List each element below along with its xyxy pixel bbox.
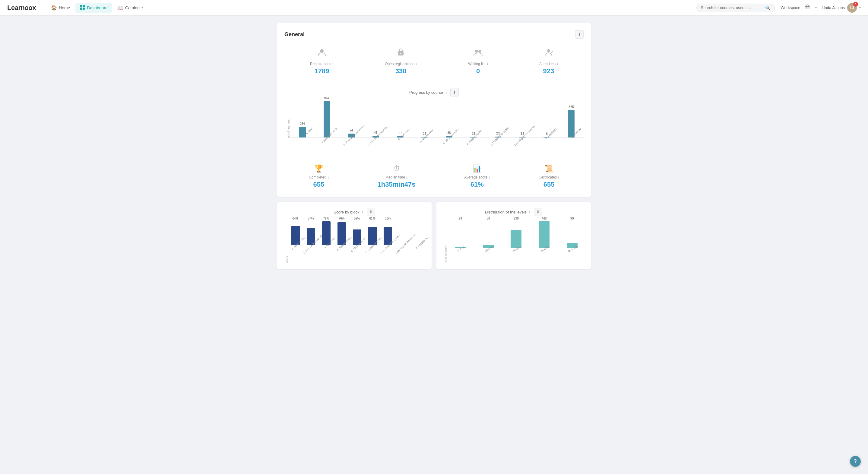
score-bar-group: 57%2. Use the framework... (304, 221, 318, 245)
nav-home[interactable]: 🏠 Home (47, 3, 74, 12)
stat-completed: 🏆 Completed ℹ 655 (309, 164, 329, 188)
waiting-info-icon[interactable]: ℹ (487, 62, 488, 66)
score-bar-group: 76%4. Assess your... (335, 221, 349, 245)
progress-bar-chart: nb of learners 254Invited864Registered u… (284, 101, 584, 156)
svg-rect-3 (83, 7, 85, 10)
progress-bar-group: 69. Feedback (535, 101, 559, 137)
dist-bar: 448 (539, 221, 550, 248)
registrations-icon (317, 48, 327, 59)
certs-info-icon[interactable]: ℹ (558, 176, 559, 180)
avg-score-value: 61% (470, 181, 484, 188)
dist-info-icon[interactable]: ℹ (529, 210, 530, 214)
main-nav: 🏠 Home Dashboard 📖 Catalog ▾ (47, 3, 147, 13)
logo[interactable]: Learnoox (7, 4, 36, 12)
dist-bar-value: 90 (570, 217, 574, 220)
top-stats-row: Registrations ℹ 1789 Open registrations … (284, 44, 584, 78)
logo-text: Learnoox (7, 4, 36, 11)
dist-bar-value: 54 (487, 217, 490, 220)
dist-chart-title-row: Distribution of the levels ℹ ⬇ (442, 208, 585, 216)
progress-download-button[interactable]: ⬇ (450, 88, 459, 96)
workspace-label[interactable]: Workspace (781, 5, 801, 10)
registrations-info-icon[interactable]: ℹ (332, 62, 334, 66)
search-input[interactable] (701, 5, 763, 10)
dist-bar-group: 230-20% (447, 221, 473, 248)
progress-bar-label: 5. SEO cases of... (441, 127, 460, 147)
completed-icon: 🏆 (314, 164, 323, 173)
score-bar-group: 64%...st more about... (288, 221, 303, 245)
dist-bar-group: 44860-80% (531, 221, 557, 248)
waiting-list-label: Waiting list (468, 62, 486, 66)
nav-catalog[interactable]: 📖 Catalog ▾ (113, 3, 147, 12)
progress-bar-value: 41 (374, 131, 377, 134)
score-bar-group: 79%3. Apply the... (319, 221, 333, 245)
progress-bar-group: 134. Assess your... (412, 101, 437, 137)
avg-score-info-icon[interactable]: ℹ (489, 176, 490, 180)
avatar: LJ 3 (847, 3, 857, 13)
dist-bar-value: 299 (514, 217, 519, 220)
progress-bar-value: 38 (447, 131, 451, 134)
score-bar-value: 52% (354, 217, 360, 220)
dist-bar-group: 29940-60% (503, 221, 529, 248)
score-bar-value: 61% (369, 217, 375, 220)
progress-bar-value: 655 (569, 105, 574, 108)
bank-icon[interactable]: 🏛 (805, 4, 810, 11)
workspace-chevron-icon[interactable]: ▾ (815, 6, 817, 9)
stat-avg-score: 📊 Average score ℹ 61% (464, 164, 490, 188)
progress-bar-label: 9. Feedback (538, 127, 558, 147)
user-menu[interactable]: Linda Jacobs LJ 3 ▾ (822, 3, 861, 13)
dist-bars: 230-20%5420-40%29940-60%44860-80%9080-10… (447, 221, 585, 263)
bottom-stats-row: 🏆 Completed ℹ 655 ⏱ Median time ℹ 1h35mi… (284, 158, 584, 190)
certificates-label: Certificates (539, 175, 557, 180)
avg-score-icon: 📊 (473, 164, 482, 173)
median-time-icon: ⏱ (393, 164, 400, 173)
open-reg-info-icon[interactable]: ℹ (415, 62, 417, 66)
general-card: General ⬇ Registrations ℹ 1789 (277, 23, 591, 197)
svg-rect-2 (80, 7, 82, 10)
catalog-icon: 📖 (117, 5, 123, 10)
dist-chart-inner: nb of learners 230-20%5420-40%29940-60%4… (442, 221, 585, 263)
dist-download-button[interactable]: ⬇ (534, 208, 542, 216)
score-bar-group: 9. Feedback... (411, 221, 426, 245)
stat-certificates: 📜 Certificates ℹ 655 (539, 164, 559, 188)
score-info-icon[interactable]: ℹ (362, 210, 363, 214)
download-button[interactable]: ⬇ (575, 30, 584, 39)
progress-bar-label: 7. Understanding the... (490, 127, 509, 147)
waiting-list-icon (473, 48, 483, 59)
progress-y-axis-label: nb of learners (284, 101, 290, 156)
nav-dashboard[interactable]: Dashboard (75, 3, 112, 13)
registrations-value: 1789 (315, 67, 329, 75)
stat-median-time: ⏱ Median time ℹ 1h35min47s (378, 164, 415, 188)
score-bar-value: 61% (384, 217, 391, 220)
score-bar-group: 52%5. SEO cases of... (350, 221, 364, 245)
progress-info-icon[interactable]: ℹ (445, 91, 447, 94)
attendees-label: Attendees (539, 62, 556, 66)
progress-bar-label: 3. Apply the... (392, 127, 411, 147)
catalog-chevron-icon: ▾ (142, 6, 143, 9)
progress-bars: 254Invited864Registered users941. Find o… (290, 101, 584, 156)
header-right: Workspace 🏛 ▾ Linda Jacobs LJ 3 ▾ (781, 3, 861, 13)
progress-bar-group: 237. Understanding the... (486, 101, 510, 137)
progress-bar-group: 864Registered users (315, 101, 339, 137)
score-download-button[interactable]: ⬇ (367, 208, 375, 216)
progress-chart-title-row: Progress by course ℹ ⬇ (284, 88, 584, 96)
main-content: General ⬇ Registrations ℹ 1789 (253, 16, 615, 277)
nav-catalog-label: Catalog (125, 5, 140, 10)
progress-bar-group: 13Learning the impact of... (510, 101, 535, 137)
app-header: Learnoox 🏠 Home Dashboard 📖 Catalog ▾ (0, 0, 868, 16)
open-reg-value: 330 (395, 67, 407, 75)
stat-waiting-list: Waiting list ℹ 0 (468, 48, 488, 75)
completed-label: Completed (309, 175, 326, 180)
attendees-info-icon[interactable]: ℹ (557, 62, 558, 66)
completed-info-icon[interactable]: ℹ (328, 176, 329, 180)
search-bar[interactable]: 🔍 (696, 4, 775, 12)
score-bar-value: 57% (308, 217, 314, 220)
svg-point-4 (320, 49, 323, 53)
attendees-icon (544, 48, 553, 59)
median-time-label: Median time (385, 175, 405, 180)
dist-bar-group: 9080-100% (559, 221, 585, 248)
score-y-axis-label: score (283, 221, 288, 263)
median-info-icon[interactable]: ℹ (406, 176, 407, 180)
progress-bar-label: 2. Use the framework... (367, 127, 386, 147)
user-chevron-icon[interactable]: ▾ (859, 6, 861, 9)
progress-bar-value: 254 (300, 122, 305, 125)
